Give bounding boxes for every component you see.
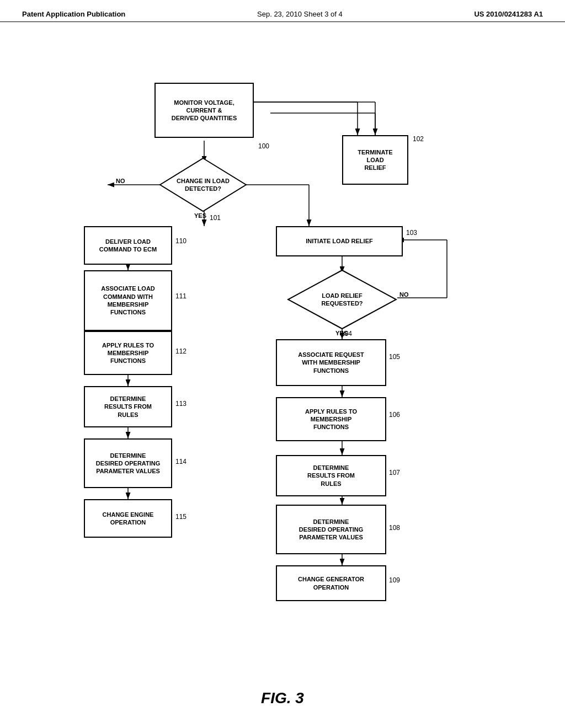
label-103: 103 <box>406 229 417 237</box>
label-112: 112 <box>175 347 186 355</box>
determine-results-right-box: DETERMINERESULTS FROMRULES <box>276 455 386 496</box>
fig-caption: FIG. 3 <box>0 689 565 707</box>
change-generator-box: CHANGE GENERATOROPERATION <box>276 565 386 601</box>
determine-desired-right-label: DETERMINEDESIRED OPERATINGPARAMETER VALU… <box>299 518 364 542</box>
no-label-right: NO <box>399 291 409 298</box>
label-102: 102 <box>413 135 424 143</box>
terminate-load-relief-box: TERMINATELOADRELIEF <box>342 135 408 185</box>
load-relief-requested-label: LOAD RELIEFREQUESTED? <box>321 292 363 308</box>
monitor-voltage-label: MONITOR VOLTAGE,CURRENT &DERIVED QUANTIT… <box>172 99 237 122</box>
yes-label-below: YES <box>194 212 206 219</box>
diagram-area: MONITOR VOLTAGE,CURRENT &DERIVED QUANTIT… <box>0 22 565 684</box>
page-header: Patent Application Publication Sep. 23, … <box>0 0 565 22</box>
label-111: 111 <box>175 292 186 300</box>
label-109: 109 <box>389 576 400 584</box>
change-engine-box: CHANGE ENGINEOPERATION <box>84 499 172 538</box>
determine-results-left-label: DETERMINERESULTS FROMRULES <box>104 395 152 419</box>
change-in-load-label: CHANGE IN LOADDETECTED? <box>177 177 230 193</box>
load-relief-requested-diamond: LOAD RELIEFREQUESTED? <box>287 269 397 330</box>
apply-rules-left-label: APPLY RULES TOMEMBERSHIPFUNCTIONS <box>102 341 154 365</box>
yes-label-right: YES <box>335 330 348 336</box>
label-108: 108 <box>389 524 400 532</box>
change-in-load-diamond: CHANGE IN LOADDETECTED? <box>159 157 247 212</box>
determine-results-right-label: DETERMINERESULTS FROMRULES <box>307 464 355 488</box>
determine-desired-right-box: DETERMINEDESIRED OPERATINGPARAMETER VALU… <box>276 505 386 554</box>
label-100: 100 <box>258 142 269 150</box>
apply-rules-right-box: APPLY RULES TOMEMBERSHIPFUNCTIONS <box>276 397 386 441</box>
label-106: 106 <box>389 411 400 419</box>
associate-load-label: ASSOCIATE LOADCOMMAND WITHMEMBERSHIPFUNC… <box>101 285 155 316</box>
associate-request-box: ASSOCIATE REQUESTWITH MEMBERSHIPFUNCTION… <box>276 339 386 386</box>
determine-desired-left-label: DETERMINEDESIRED OPERATINGPARAMETER VALU… <box>96 452 161 475</box>
label-114: 114 <box>175 458 186 465</box>
apply-rules-left-box: APPLY RULES TOMEMBERSHIPFUNCTIONS <box>84 331 172 375</box>
terminate-load-relief-label: TERMINATELOADRELIEF <box>358 148 392 172</box>
no-label-left: NO <box>116 178 125 184</box>
label-105: 105 <box>389 353 400 361</box>
initiate-load-relief-box: INITIATE LOAD RELIEF <box>276 226 403 256</box>
apply-rules-right-label: APPLY RULES TOMEMBERSHIPFUNCTIONS <box>305 408 357 431</box>
determine-results-left-box: DETERMINERESULTS FROMRULES <box>84 386 172 427</box>
label-115: 115 <box>175 513 186 521</box>
initiate-load-relief-label: INITIATE LOAD RELIEF <box>306 237 372 245</box>
monitor-voltage-box: MONITOR VOLTAGE,CURRENT &DERIVED QUANTIT… <box>154 83 254 138</box>
change-generator-label: CHANGE GENERATOROPERATION <box>298 575 364 591</box>
determine-desired-left-box: DETERMINEDESIRED OPERATINGPARAMETER VALU… <box>84 438 172 488</box>
header-center: Sep. 23, 2010 Sheet 3 of 4 <box>257 10 343 18</box>
label-110: 110 <box>175 237 186 245</box>
deliver-load-box: DELIVER LOADCOMMAND TO ECM <box>84 226 172 265</box>
label-101: 101 <box>210 214 221 222</box>
associate-load-box: ASSOCIATE LOADCOMMAND WITHMEMBERSHIPFUNC… <box>84 270 172 331</box>
header-right: US 2010/0241283 A1 <box>474 10 543 18</box>
label-107: 107 <box>389 469 400 477</box>
label-113: 113 <box>175 400 186 408</box>
change-engine-label: CHANGE ENGINEOPERATION <box>103 511 154 527</box>
header-left: Patent Application Publication <box>22 10 125 18</box>
deliver-load-label: DELIVER LOADCOMMAND TO ECM <box>99 238 157 254</box>
associate-request-label: ASSOCIATE REQUESTWITH MEMBERSHIPFUNCTION… <box>298 351 364 374</box>
